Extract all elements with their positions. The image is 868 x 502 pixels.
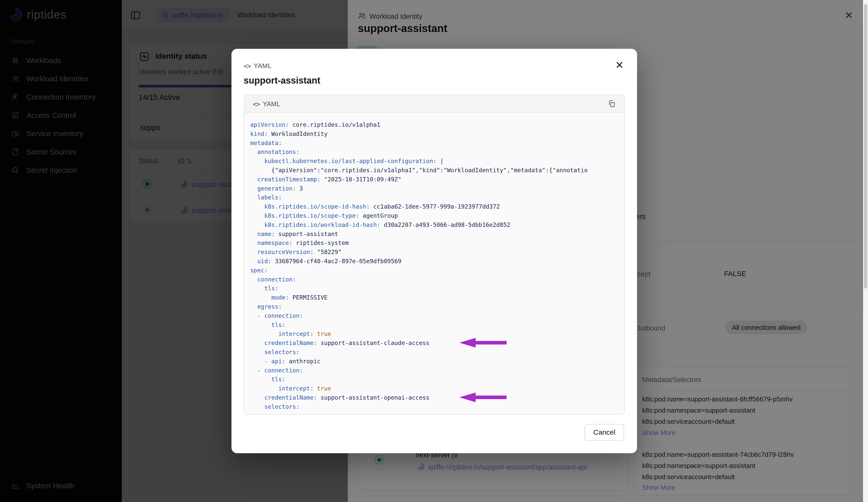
yaml-card-header: <> YAML — [244, 95, 624, 113]
yaml-card: <> YAML apiVersion: core.riptides.io/v1a… — [244, 94, 625, 415]
annotation-arrow-openai — [459, 392, 507, 402]
yaml-card-header-label: <> YAML — [253, 100, 280, 108]
yaml-modal: <> YAML ✕ support-assistant <> YAML apiV… — [231, 49, 637, 453]
copy-icon[interactable] — [608, 100, 616, 108]
code-icon: <> — [244, 62, 250, 70]
cancel-button[interactable]: Cancel — [585, 424, 624, 441]
annotation-arrow-claude — [459, 338, 507, 348]
code-icon: <> — [253, 100, 260, 108]
modal-kicker: <> YAML — [244, 62, 271, 70]
yaml-code: apiVersion: core.riptides.io/v1alpha1kin… — [244, 113, 624, 414]
modal-close-icon[interactable]: ✕ — [615, 60, 624, 70]
modal-title: support-assistant — [244, 75, 320, 86]
browser-scrollbar[interactable] — [863, 0, 868, 502]
modal-kicker-label: YAML — [254, 62, 271, 70]
browser-scrollbar-thumb[interactable] — [864, 4, 867, 289]
